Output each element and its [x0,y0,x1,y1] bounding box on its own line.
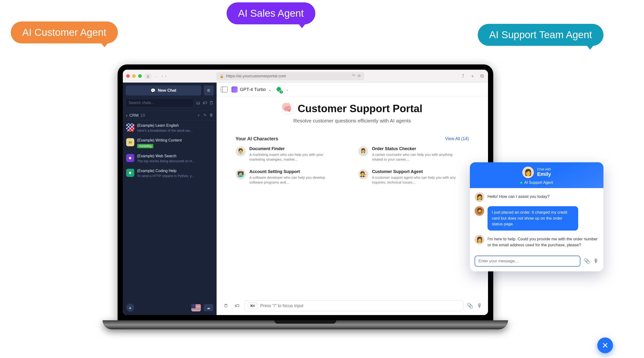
character-card[interactable]: 🧑‍💻 Account Setting Support A software d… [236,169,346,185]
brain-icon: 🧠 [282,103,294,114]
character-title: Order Status Checker [372,146,458,151]
note-icon[interactable]: 🗒 [210,101,214,106]
reload-icon[interactable]: ⟳ [358,74,361,79]
minimize-window-icon[interactable] [132,74,136,78]
chat-item[interactable]: ✺ (Example) Coding Help To send a HTTP r… [123,166,216,181]
tag-prompt-icon[interactable]: 🏷 [233,302,241,309]
attach-icon[interactable]: 📎 [467,303,473,309]
chat-icon: 💬 [150,88,156,93]
avatar-icon: 🧑‍💼 [236,146,246,156]
chat-item[interactable]: (Example) Learn English Here's a breakdo… [123,121,216,135]
composer: 🗒 🏷 ⌘K 📎 🎙 [216,296,488,315]
search-input[interactable] [129,101,190,105]
ai-icon: AI [126,138,134,146]
model-name: GPT-4 Turbo [240,87,266,92]
menu-button[interactable]: ≡ [204,86,214,96]
agent-status: AI Support Agent [475,180,599,185]
message-user: 🧔 I just placed an order. It charged my … [475,206,599,231]
character-desc: A customer support agent who can help yo… [372,175,458,185]
nav-forward-icon[interactable]: › [165,73,167,79]
chat-input-wrapper[interactable] [475,256,580,267]
model-selector[interactable]: GPT-4 Turbo ⌄ [231,86,272,93]
panel-toggle-icon[interactable] [221,87,228,92]
chevron-down-icon[interactable]: ⌄ [286,87,289,92]
bubble-support-team-label: AI Support Team Agent [489,29,592,40]
chat-input[interactable] [478,259,576,263]
app-body: 💬 New Chat ≡ 🗂 🏷 🗒 [123,83,488,315]
avatar-icon: 🧑‍💻 [236,169,246,179]
attach-icon[interactable]: 📎 [584,258,590,264]
bubble-sales-label: AI Sales Agent [238,8,304,19]
chat-title: (Example) Learn English [137,123,193,128]
character-card[interactable]: 👩‍💼 Order Status Checker A career counse… [358,146,469,162]
translate-icon[interactable]: ᵀᴬ [352,74,355,79]
message-text: Hello! How can I assist you today? [488,192,550,200]
new-folder-icon[interactable]: 🗂 [196,101,200,106]
chat-item[interactable]: ✺ (Example) Web Search The top stories b… [123,151,216,166]
chat-title: (Example) Coding Help [137,169,194,173]
character-card[interactable]: 🧑‍💼 Document Finder A marketing expert w… [236,146,346,162]
close-window-icon[interactable] [126,74,130,78]
agent-avatar: 👩 [522,167,534,178]
chat-item[interactable]: AI (Example) Writing Content marketing [123,135,216,151]
cloud-sync-icon[interactable]: ☁ [204,304,213,311]
sidebar-footer: ▲ ☁ [123,300,216,315]
message-bubble: I just placed an order. It charged my cr… [488,206,578,231]
topbar: GPT-4 Turbo ⌄ 7 ⌄ [216,83,488,96]
avatar-icon: 🧑‍⚖️ [358,169,368,179]
url-bar[interactable]: 🔒 https://ai.yourcustomerportal.com ᵀᴬ ⟳ [216,72,364,80]
mic-icon[interactable]: 🎙 [594,258,599,264]
sidebar-menu-chevron-icon[interactable]: ⌄ [154,75,157,78]
chevron-down-icon: ⌄ [268,87,272,92]
plugins-button[interactable]: 7 [276,86,282,93]
nav-arrows: ‹ › [162,73,167,79]
edit-icon[interactable]: ✎ [204,113,206,118]
chat-with-label: Chat with [537,167,551,171]
new-chat-button[interactable]: 💬 New Chat [126,86,201,96]
tag-icon[interactable]: 🏷 [203,101,207,106]
delete-icon[interactable]: 🗑 [210,113,213,118]
bubble-support-team-agent: AI Support Team Agent [478,24,604,46]
character-desc: A career counselor who can help you with… [372,152,458,162]
composer-input[interactable] [260,303,460,308]
search-input-wrapper[interactable] [126,98,194,107]
agent-status-text: AI Support Agent [524,180,553,184]
nav-back-icon[interactable]: ‹ [162,73,164,79]
characters-heading: Your AI Characters [236,136,278,142]
agent-avatar-small: 👩 [475,235,484,244]
online-status-icon [520,182,522,184]
view-all-link[interactable]: View All (14) [445,136,469,141]
new-tab-icon[interactable]: ＋ [470,74,475,79]
user-avatar: 🧔 [475,206,484,216]
uk-flag-icon [126,123,134,132]
chevron-right-icon: › [126,113,128,118]
character-card[interactable]: 🧑‍⚖️ Customer Support Agent A customer s… [358,169,469,185]
chrome-right-icons: ⤴ ＋ ⧉ [460,74,485,79]
tabs-overview-icon[interactable]: ⧉ [480,74,485,79]
maximize-window-icon[interactable] [138,74,142,78]
folder-crm[interactable]: › CRM 19 ＋ ✎ 🗑 [123,110,216,121]
laptop-base [102,320,508,329]
prompt-library-icon[interactable]: 🗒 [222,302,230,309]
language-flag-icon[interactable] [191,304,201,311]
message-text: I'm here to help. Could you provide me w… [488,235,599,248]
chat-subtitle: Here's a breakdown of the word cac... [137,129,193,132]
chat-widget-input-row: 📎 🎙 [470,252,604,271]
browser-chrome: ▥ ⌄ ‹ › 🔒 https://ai.yourcustomerportal.… [123,70,488,83]
scroll-up-button[interactable]: ▲ [126,303,134,312]
character-title: Account Setting Support [250,169,335,174]
composer-input-wrapper[interactable]: ⌘K [244,300,464,311]
chat-widget: 👩 Chat with Emily AI Support Agent 👩 Hel… [470,162,604,271]
message-agent: 👩 Hello! How can I assist you today? [475,192,599,202]
character-title: Customer Support Agent [372,169,458,174]
bubble-sales-agent: AI Sales Agent [226,3,315,24]
share-icon[interactable]: ⤴ [460,74,466,79]
lock-icon: 🔒 [220,74,224,78]
character-desc: A software developer who can help you de… [250,175,335,185]
chat-widget-header: 👩 Chat with Emily AI Support Agent [470,162,604,188]
sidebar-toggle-icon[interactable]: ▥ [145,74,151,79]
chat-launcher-button[interactable]: ✕ [597,337,613,353]
mic-icon[interactable]: 🎙 [477,303,482,309]
add-icon[interactable]: ＋ [197,113,200,118]
traffic-lights[interactable] [126,74,142,78]
